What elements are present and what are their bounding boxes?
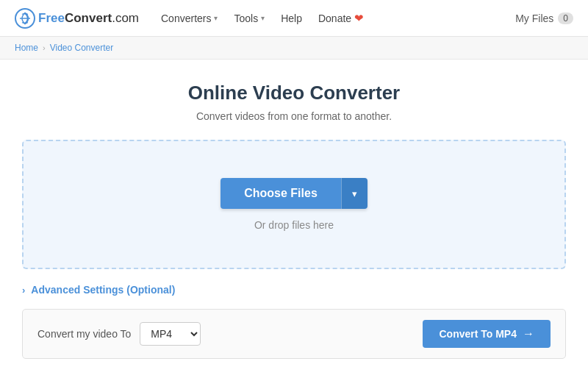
- choose-files-group: Choose Files ▾: [220, 178, 368, 209]
- breadcrumb-current[interactable]: Video Converter: [50, 43, 114, 53]
- breadcrumb-separator: ›: [43, 43, 46, 52]
- arrow-right-icon: →: [523, 327, 534, 340]
- logo-icon: [15, 8, 35, 29]
- breadcrumb-home[interactable]: Home: [15, 43, 38, 53]
- convert-button-label: Convert To MP4: [439, 328, 517, 340]
- heart-icon: ❤: [354, 12, 364, 25]
- choose-files-button[interactable]: Choose Files: [220, 178, 341, 209]
- advanced-settings-label: Advanced Settings (Optional): [31, 284, 175, 296]
- nav-help[interactable]: Help: [281, 13, 302, 24]
- nav-converters[interactable]: Converters ▾: [161, 13, 218, 24]
- page-title: Online Video Converter: [22, 82, 566, 104]
- site-logo[interactable]: FreeConvert.com: [15, 8, 139, 29]
- advanced-settings-section: › Advanced Settings (Optional): [22, 284, 566, 296]
- main-nav: Converters ▾ Tools ▾ Help Donate ❤: [161, 12, 515, 25]
- advanced-settings-toggle[interactable]: › Advanced Settings (Optional): [22, 284, 566, 296]
- convert-to-label: Convert my video To: [37, 328, 131, 340]
- breadcrumb: Home › Video Converter: [0, 37, 588, 60]
- drop-zone[interactable]: Choose Files ▾ Or drop files here: [22, 140, 566, 269]
- converters-chevron-icon: ▾: [214, 14, 218, 22]
- convert-button[interactable]: Convert To MP4 →: [423, 320, 551, 348]
- page-subtitle: Convert videos from one format to anothe…: [22, 110, 566, 122]
- drop-hint-text: Or drop files here: [254, 219, 334, 231]
- convert-bar: Convert my video To MP4 AVI MOV MKV WMV …: [22, 309, 566, 359]
- site-header: FreeConvert.com Converters ▾ Tools ▾ Hel…: [0, 0, 588, 37]
- choose-files-dropdown-button[interactable]: ▾: [341, 178, 368, 209]
- tools-chevron-icon: ▾: [261, 14, 265, 22]
- toggle-chevron-icon: ›: [22, 285, 25, 296]
- nav-tools[interactable]: Tools ▾: [234, 13, 265, 24]
- logo-text: FreeConvert.com: [38, 11, 139, 26]
- my-files-badge: 0: [558, 13, 573, 24]
- my-files-link[interactable]: My Files 0: [515, 13, 573, 24]
- nav-donate[interactable]: Donate ❤: [318, 12, 364, 25]
- main-content: Online Video Converter Convert videos fr…: [7, 60, 581, 374]
- chevron-down-icon: ▾: [352, 188, 357, 199]
- format-select[interactable]: MP4 AVI MOV MKV WMV FLV WebM GIF: [140, 322, 201, 346]
